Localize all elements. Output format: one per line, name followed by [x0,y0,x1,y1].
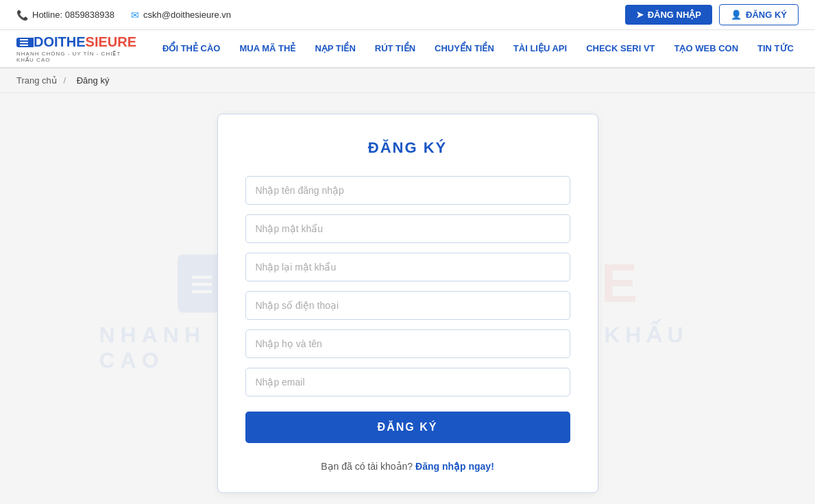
hotline-label: Hotline: 0859838938 [32,10,114,20]
nav-item-doi-the-cao[interactable]: ĐỔI THẺ CÀO [153,29,230,68]
login-link[interactable]: Đăng nhập ngay! [415,461,494,472]
nav-item-check-seri-vt[interactable]: CHECK SERI VT [576,29,664,68]
logo-link[interactable]: DOITHE SIEURE NHANH CHÓNG - UY TÍN - CHI… [16,34,136,63]
logo-sieure-text: SIEURE [86,34,136,50]
password-group [245,214,570,243]
bar-icon [20,39,28,46]
register-card: ĐĂNG KÝ ĐĂNG KÝ Bạn đã có tài khoản? Đăn… [217,114,598,493]
hotline-contact: 📞 Hotline: 0859838938 [16,10,114,21]
phone-icon: 📞 [16,10,28,21]
nav-item-chuyen-tien[interactable]: CHUYỂN TIỀN [425,29,504,68]
logo-main: DOITHE SIEURE [16,34,136,50]
login-btn-label: ĐĂNG NHẬP [648,10,701,20]
nav-item-mua-ma-the[interactable]: MUA MÃ THẺ [230,29,305,68]
topbar-right: ➤ ĐĂNG NHẬP 👤 ĐĂNG KÝ [625,4,799,25]
login-arrow-icon: ➤ [636,10,644,20]
main-content: ≡ DOITHE SIEURE NHANH CHÓNG · UY TÍN · C… [0,93,815,504]
fullname-group [245,329,570,358]
nav-item-tin-tuc[interactable]: TIN TỨC [748,29,803,68]
logo-sub: NHANH CHÓNG - UY TÍN - CHIẾT KHẤU CAO [16,51,136,63]
login-button[interactable]: ➤ ĐĂNG NHẬP [625,5,712,25]
breadcrumb: Trang chủ / Đăng ký [0,68,815,93]
nav-item-nap-tien[interactable]: NẠP TIỀN [305,29,365,68]
phone-group [245,291,570,320]
nav-item-tao-web-con[interactable]: TẠO WEB CON [665,29,749,68]
breadcrumb-home[interactable]: Trang chủ [16,75,57,86]
email-group [245,368,570,396]
fullname-input[interactable] [245,329,570,358]
username-group [245,176,570,205]
phone-input[interactable] [245,291,570,320]
email-input[interactable] [245,368,570,396]
register-btn-label: ĐĂNG KÝ [746,10,787,20]
submit-register-button[interactable]: ĐĂNG KÝ [245,412,570,443]
email-icon: ✉ [131,10,139,21]
nav-menu: ĐỔI THẺ CÀOMUA MÃ THẺNẠP TIỀNRÚT TIỀNCHU… [153,29,803,68]
email-label: cskh@doithesieure.vn [143,10,231,20]
breadcrumb-separator: / [63,75,66,86]
email-contact: ✉ cskh@doithesieure.vn [131,10,231,21]
topbar-left: 📞 Hotline: 0859838938 ✉ cskh@doithesieur… [16,10,231,21]
nav-item-rut-tien[interactable]: RÚT TIỀN [365,29,425,68]
bar1 [20,39,28,40]
bar3 [20,45,28,46]
password-input[interactable] [245,214,570,243]
confirm-password-input[interactable] [245,253,570,281]
username-input[interactable] [245,176,570,205]
bar2 [20,42,28,43]
breadcrumb-current: Đăng ký [77,75,110,86]
register-icon: 👤 [731,10,742,20]
topbar: 📞 Hotline: 0859838938 ✉ cskh@doithesieur… [0,0,815,30]
logo-icon-box [16,38,34,47]
navbar: DOITHE SIEURE NHANH CHÓNG - UY TÍN - CHI… [0,30,815,68]
register-top-button[interactable]: 👤 ĐĂNG KÝ [719,4,799,25]
login-prompt-text: Bạn đã có tài khoản? [321,461,413,472]
confirm-password-group [245,253,570,281]
register-form-title: ĐĂNG KÝ [245,139,570,157]
nav-item-tai-lieu-api[interactable]: TÀI LIỆU API [504,29,576,68]
logo-doithe-text: DOITHE [34,34,86,50]
login-prompt: Bạn đã có tài khoản? Đăng nhập ngay! [245,461,570,472]
